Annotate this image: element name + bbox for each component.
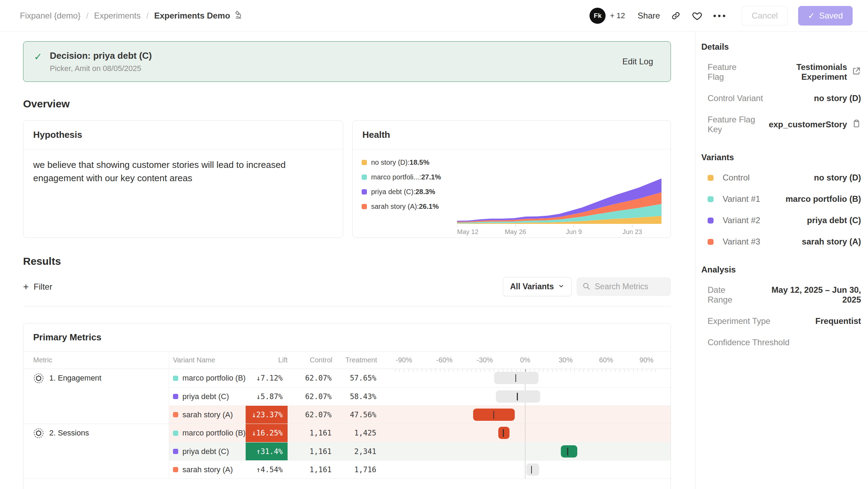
treatment-value: 57.65% (332, 374, 377, 382)
sidebar-row-value: priya debt (C) (807, 215, 861, 225)
sidebar-value-text: no story (D) (814, 93, 861, 103)
legend-value: 18.5% (410, 158, 429, 166)
plus-icon: + (33, 487, 39, 489)
ci-axis-label: 60% (599, 356, 613, 364)
lift-value: ↓23.37% (252, 411, 283, 419)
sidebar-row-value: Testimonials Experiment (753, 62, 861, 82)
cancel-button[interactable]: Cancel (742, 6, 788, 26)
ci-axis: -90%-60%-30%0%30%60%90% (388, 352, 671, 369)
variant-cell: priya debt (C) (169, 447, 246, 456)
sidebar-row: Experiment TypeFrequentist (701, 316, 861, 326)
page-title: Experiments Demo (154, 11, 230, 21)
breadcrumb-project[interactable]: Fixpanel {demo} (20, 11, 80, 21)
variant-swatch (173, 467, 178, 472)
add-filter-button[interactable]: + Filter (23, 281, 52, 292)
variant-cell: sarah story (A) (169, 410, 246, 419)
control-value: 62.07% (288, 374, 332, 382)
legend-swatch (362, 204, 367, 209)
table-row[interactable]: marco portfolio (B)↓16.25%1,1611,425 (169, 424, 671, 442)
variant-name: marco portfolio (B) (182, 428, 246, 438)
ci-lift-tick (503, 429, 504, 437)
more-menu-button[interactable]: ••• (713, 11, 727, 21)
metric-group: 2. Sessionsmarco portfolio (B)↓16.25%1,1… (23, 424, 671, 479)
chevron-down-icon (558, 282, 564, 291)
metrics-table-header: Metric Variant Name Lift Control Treatme… (23, 352, 671, 369)
ci-bar (496, 390, 540, 403)
ci-lift-tick (493, 411, 494, 419)
external-link-icon[interactable] (852, 66, 861, 78)
ci-bar (498, 427, 509, 439)
table-row[interactable]: sarah story (A)↓23.37%62.07%47.56% (169, 405, 671, 424)
clipboard-icon[interactable] (852, 119, 861, 130)
primary-metrics-card: Primary Metrics Metric Variant Name Lift… (23, 323, 671, 489)
treatment-value: 1,425 (332, 429, 377, 437)
microscope-icon (234, 10, 243, 21)
sidebar-row-value: marco portfolio (B) (786, 194, 861, 204)
confidence-interval-cell (388, 406, 671, 424)
legend-label: priya debt (C): (371, 188, 415, 196)
metric-rows: marco portfolio (B)↓7.12%62.07%57.65%pri… (169, 369, 671, 424)
sidebar-row-label: Feature Flag (708, 62, 753, 82)
table-row[interactable]: priya debt (C)↑31.4%1,1612,341 (169, 442, 671, 460)
sidebar-value-text: priya debt (C) (807, 215, 861, 225)
sidebar-section-analysis: AnalysisDate RangeMay 12, 2025 – Jun 30,… (701, 265, 861, 347)
all-variants-dropdown[interactable]: All Variants (503, 277, 572, 296)
edit-log-button[interactable]: Edit Log (622, 57, 653, 66)
search-metrics-input[interactable] (595, 282, 665, 291)
overview-heading: Overview (23, 98, 671, 110)
treatment-value: 47.56% (332, 411, 377, 419)
add-metric-button[interactable]: + Add (23, 479, 671, 489)
primary-metrics-title: Primary Metrics (23, 324, 671, 352)
metric-icon (33, 428, 44, 441)
sidebar-section-title: Details (701, 42, 861, 52)
table-row[interactable]: sarah story (A)↑4.54%1,1611,716 (169, 460, 671, 479)
breadcrumb-experiments[interactable]: Experiments (94, 11, 140, 21)
share-button[interactable]: Share (638, 11, 660, 21)
col-variant-name: Variant Name (169, 356, 246, 364)
ci-bar (561, 445, 577, 458)
variant-cell: priya debt (C) (169, 392, 246, 401)
lift-value: ↓5.87% (256, 392, 283, 401)
control-value: 1,161 (288, 466, 332, 474)
overview-cards: Hypothesis we believe that showing custo… (23, 120, 671, 238)
table-row[interactable]: marco portfolio (B)↓7.12%62.07%57.65% (169, 369, 671, 387)
results-filter-row: + Filter All Variants (23, 277, 671, 296)
sidebar-label-text: Control (723, 173, 750, 183)
legend-value: 28.3% (415, 188, 435, 196)
table-row[interactable]: priya debt (C)↓5.87%62.07%58.43% (169, 387, 671, 405)
copy-link-icon[interactable] (671, 10, 681, 21)
health-legend-item: priya debt (C): 28.3% (362, 188, 454, 196)
metric-group: 1. Engagementmarco portfolio (B)↓7.12%62… (23, 369, 671, 424)
lift-value: ↑31.4% (256, 447, 283, 456)
control-value: 1,161 (288, 447, 332, 456)
metric-name: 1. Engagement (49, 374, 101, 383)
sidebar-row-value: exp_customerStory (769, 119, 861, 130)
lift-cell: ↑31.4% (246, 442, 288, 460)
sidebar-label-text: Experiment Type (708, 316, 771, 326)
check-icon: ✓ (808, 11, 815, 21)
sidebar-row-label: Experiment Type (708, 316, 771, 326)
sidebar-row-label: Confidence Threshold (708, 338, 789, 347)
variant-name: sarah story (A) (182, 410, 233, 419)
avatar-overflow-count[interactable]: + 12 (610, 11, 625, 20)
breadcrumb-separator: / (146, 11, 149, 21)
favorite-heart-icon[interactable] (692, 10, 703, 21)
sidebar-label-text: Feature Flag (708, 62, 753, 82)
variant-swatch (708, 175, 714, 181)
decision-meta: Picker, Amit on 08/05/2025 (50, 64, 152, 73)
variant-name: priya debt (C) (182, 392, 229, 401)
legend-value: 27.1% (421, 173, 441, 181)
zero-line (525, 424, 526, 442)
variant-name: priya debt (C) (182, 447, 229, 456)
col-lift: Lift (246, 356, 288, 364)
lift-value: ↓7.12% (256, 374, 283, 382)
avatar[interactable]: Fk (589, 8, 606, 24)
sidebar-row-label: Feature Flag Key (708, 115, 769, 134)
breadcrumb-current: Experiments Demo (154, 10, 243, 21)
metric-name-cell: 2. Sessions (23, 424, 169, 479)
saved-button[interactable]: ✓ Saved (798, 6, 853, 26)
x-axis-label: May 12 (457, 228, 478, 235)
health-chart: May 12May 26Jun 9Jun 23 (454, 149, 671, 238)
sidebar-label-text: Control Variant (708, 93, 763, 103)
variant-swatch (173, 431, 178, 436)
